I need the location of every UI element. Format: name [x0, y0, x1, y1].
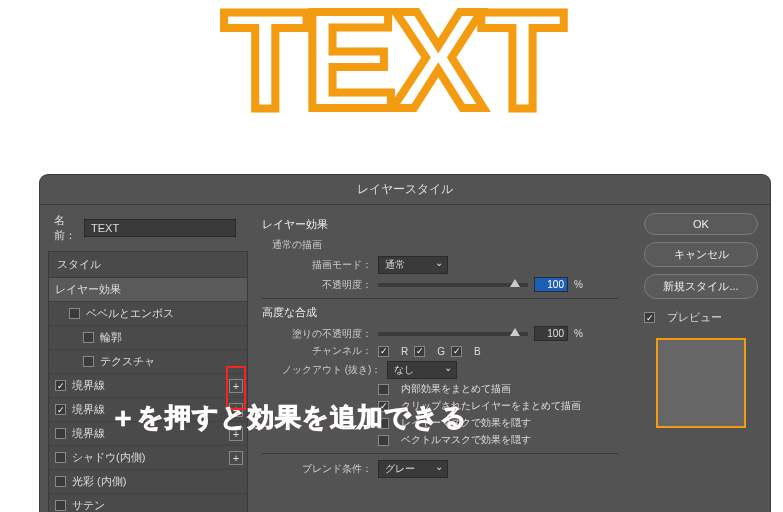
sidebar-checkbox-2[interactable]: [83, 332, 94, 343]
sidebar-checkbox-1[interactable]: [69, 308, 80, 319]
preview-label: プレビュー: [667, 310, 722, 325]
layer-name-input[interactable]: [84, 219, 236, 237]
new-style-button[interactable]: 新規スタイル...: [644, 274, 758, 299]
blend-mode-select[interactable]: 通常: [378, 256, 448, 274]
opacity-slider[interactable]: [378, 283, 528, 287]
settings-panel: レイヤー効果 通常の描画 描画モード： 通常 不透明度： % 高度な合成 塗りの…: [248, 205, 632, 512]
opt1-label: 内部効果をまとめて描画: [401, 382, 511, 396]
opt3-checkbox[interactable]: [378, 418, 389, 429]
knockout-select[interactable]: なし: [387, 361, 457, 379]
add-effect-button-4[interactable]: +: [229, 379, 243, 393]
section-layer-effects: レイヤー効果: [262, 217, 618, 232]
sidebar-label-7: シャドウ(内側): [72, 450, 145, 465]
sidebar-checkbox-5[interactable]: [55, 404, 66, 415]
sidebar-label-9: サテン: [72, 498, 105, 512]
cancel-button[interactable]: キャンセル: [644, 242, 758, 267]
sidebar-item-3[interactable]: テクスチャ: [49, 350, 247, 374]
sidebar-label-2: 輪郭: [100, 330, 122, 345]
add-effect-button-5[interactable]: +: [229, 403, 243, 417]
sidebar-label-8: 光彩 (内側): [72, 474, 126, 489]
sidebar-checkbox-3[interactable]: [83, 356, 94, 367]
section-advanced: 高度な合成: [262, 305, 618, 320]
layer-style-dialog: レイヤースタイル 名前： スタイル レイヤー効果ベベルとエンボス輪郭テクスチャ境…: [40, 175, 770, 512]
sidebar-checkbox-9[interactable]: [55, 500, 66, 511]
sidebar-item-5[interactable]: 境界線+: [49, 398, 247, 422]
blend-cond-select[interactable]: グレー: [378, 460, 448, 478]
sidebar-item-8[interactable]: 光彩 (内側): [49, 470, 247, 494]
fill-opacity-label: 塗りの不透明度：: [282, 327, 372, 341]
channel-b-label: B: [474, 346, 481, 357]
style-sidebar: スタイル レイヤー効果ベベルとエンボス輪郭テクスチャ境界線+境界線+境界線+シャ…: [48, 251, 248, 512]
opt3-label: レイヤーマスクで効果を隠す: [401, 416, 531, 430]
sidebar-label-4: 境界線: [72, 378, 105, 393]
name-label: 名前：: [54, 213, 76, 243]
sidebar-label-0: レイヤー効果: [55, 282, 121, 297]
sidebar-header: スタイル: [49, 252, 247, 278]
opt1-checkbox[interactable]: [378, 384, 389, 395]
fill-opacity-slider[interactable]: [378, 332, 528, 336]
blend-mode-label: 描画モード：: [282, 258, 372, 272]
dialog-title: レイヤースタイル: [40, 175, 770, 205]
sidebar-item-6[interactable]: 境界線+: [49, 422, 247, 446]
sidebar-label-3: テクスチャ: [100, 354, 155, 369]
opt4-checkbox[interactable]: [378, 435, 389, 446]
sample-text: TEXT: [0, 0, 783, 130]
opt2-checkbox[interactable]: [378, 401, 389, 412]
ok-button[interactable]: OK: [644, 213, 758, 235]
sidebar-checkbox-6[interactable]: [55, 428, 66, 439]
sidebar-item-2[interactable]: 輪郭: [49, 326, 247, 350]
opacity-label: 不透明度：: [282, 278, 372, 292]
sidebar-label-6: 境界線: [72, 426, 105, 441]
add-effect-button-7[interactable]: +: [229, 451, 243, 465]
button-panel: OK キャンセル 新規スタイル... プレビュー: [632, 205, 770, 512]
sidebar-checkbox-4[interactable]: [55, 380, 66, 391]
channel-label: チャンネル：: [282, 344, 372, 358]
sidebar-item-4[interactable]: 境界線+: [49, 374, 247, 398]
sidebar-label-1: ベベルとエンボス: [86, 306, 174, 321]
fill-opacity-input[interactable]: [534, 326, 568, 341]
sidebar-checkbox-8[interactable]: [55, 476, 66, 487]
preview-swatch: [656, 338, 746, 428]
add-effect-button-6[interactable]: +: [229, 427, 243, 441]
subsection-normal-draw: 通常の描画: [272, 238, 618, 252]
sidebar-checkbox-7[interactable]: [55, 452, 66, 463]
channel-b-checkbox[interactable]: [451, 346, 462, 357]
blend-cond-label: ブレンド条件：: [282, 462, 372, 476]
opt4-label: ベクトルマスクで効果を隠す: [401, 433, 531, 447]
knockout-label: ノックアウト (抜き)：: [282, 363, 381, 377]
percent-label: %: [574, 279, 583, 290]
sidebar-item-1[interactable]: ベベルとエンボス: [49, 302, 247, 326]
channel-g-checkbox[interactable]: [414, 346, 425, 357]
opt2-label: クリップされたレイヤーをまとめて描画: [401, 399, 581, 413]
channel-g-label: G: [437, 346, 445, 357]
sidebar-item-0[interactable]: レイヤー効果: [49, 278, 247, 302]
opacity-input[interactable]: [534, 277, 568, 292]
percent-label-2: %: [574, 328, 583, 339]
channel-r-label: R: [401, 346, 408, 357]
sidebar-item-7[interactable]: シャドウ(内側)+: [49, 446, 247, 470]
channel-r-checkbox[interactable]: [378, 346, 389, 357]
preview-checkbox[interactable]: [644, 312, 655, 323]
sidebar-item-9[interactable]: サテン: [49, 494, 247, 512]
sidebar-label-5: 境界線: [72, 402, 105, 417]
